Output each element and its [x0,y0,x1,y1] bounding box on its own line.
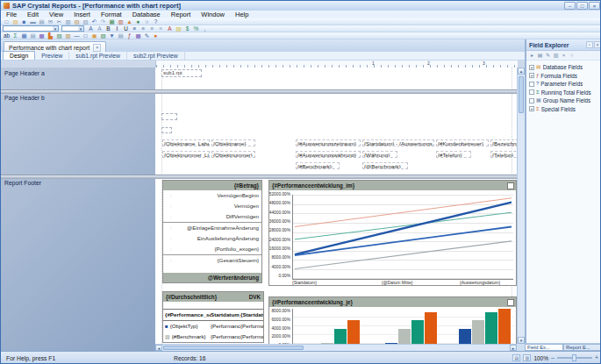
summary-table-header[interactable]: {#Betrag} [163,181,261,190]
zoom-in-icon[interactable]: + [595,354,598,361]
toolbar-icon[interactable]: ○ [143,18,151,25]
summary-row[interactable]: {Portfolio_exogen} [163,244,261,254]
insert-toolbar-icon[interactable]: ▤ [117,32,125,39]
tree-item[interactable]: + ƒ Formula Fields [526,72,601,81]
toolbar-icon[interactable]: ▲ [125,18,133,25]
insert-toolbar-icon[interactable]: ƒ [125,32,133,39]
format-toolbar-icon[interactable]: $ [183,25,191,32]
window-control-button[interactable]: × [589,2,600,10]
placeholder-object[interactable] [161,113,177,120]
pin-icon[interactable]: ▫ [586,41,593,48]
insert-toolbar-icon[interactable]: ▣ [90,32,98,39]
tab-sub1-preview[interactable]: sub1.rpt Preview [69,52,127,60]
toolbar-icon[interactable]: ▨ [73,18,81,25]
subreport-object[interactable]: sub1.rpt [161,69,202,77]
toolbar-icon[interactable]: ▧ [82,18,89,25]
average-table-row[interactable]: ■ {ObjektTyp} {Performance} {Performance… [163,321,263,332]
format-toolbar-icon[interactable]: ≡ [140,25,147,32]
section-label-page-header-a[interactable]: Page Header a [4,70,45,76]
panel-toolbar-icon[interactable]: ▥ [552,52,560,59]
vertical-scrollbar[interactable]: ▴ ▾ [517,68,525,344]
font-size-combobox[interactable]: ▾ [61,25,84,32]
tab-field-explorer[interactable]: Field Ex... [525,344,563,351]
insert-toolbar-icon[interactable]: ▧ [99,32,107,39]
toolbar-icon[interactable]: ✉ [47,18,54,25]
toolbar-icon[interactable]: ↶ [90,18,98,25]
insert-toolbar-icon[interactable]: ● [152,32,160,39]
tab-design[interactable]: Design [3,51,35,60]
average-table[interactable]: {#Durchschnittlich} DVK {#Performance_se… [162,291,264,343]
summary-table[interactable]: {#Betrag} VermögenBeginnVermögenDiffVerm… [162,180,262,283]
field-object[interactable]: {#Auswertungswährung} [296,151,361,158]
field-object[interactable]: {#Auswertungszeitraum} [296,139,361,146]
chart-handle[interactable] [507,299,514,306]
section-label-report-footer[interactable]: Report Footer [4,180,41,186]
chart-handle[interactable] [507,182,514,189]
field-object[interactable]: {@Benchmark} [362,162,408,169]
toolbar-icon[interactable]: □ [3,18,11,25]
zoom-out-icon[interactable]: – [551,354,554,361]
vertical-scroll-thumb[interactable] [519,76,524,113]
panel-toolbar-icon[interactable]: ▤ [536,52,544,59]
zoom-slider[interactable] [557,357,592,359]
insert-toolbar-icon[interactable]: □ [82,32,89,39]
insert-toolbar-icon[interactable]: — [73,32,81,39]
format-toolbar-icon[interactable]: I [113,25,121,32]
field-object[interactable]: {Telefon} [490,151,517,158]
insert-toolbar-icon[interactable]: ab [3,32,11,39]
toolbar-icon[interactable]: ● [134,18,142,25]
tree-item[interactable]: + ▤ Database Fields [526,63,601,72]
insert-toolbar-icon[interactable]: ▤ [29,32,37,39]
insert-toolbar-icon[interactable]: Σ [11,32,19,39]
summary-row[interactable]: {GesamtSteuern} [163,255,261,266]
format-toolbar-icon[interactable]: A [96,25,104,32]
section-divider[interactable] [1,175,525,179]
panel-toolbar-icon[interactable]: × [560,52,568,59]
toolbar-icon[interactable]: ▬ [29,18,37,25]
average-table-row[interactable]: ▨ {#Benchmark} {Performance} {Performanc… [163,332,263,342]
toolbar-icon[interactable]: ↷ [99,18,107,25]
toolbar-icon[interactable]: ▦ [108,18,116,25]
close-icon[interactable]: × [594,41,601,48]
menu-item[interactable]: Help [230,11,254,18]
field-object[interactable]: {#Telefon} [436,151,471,158]
expand-icon[interactable]: + [529,73,534,78]
summary-row[interactable]: @EinlageEntnahmeÄnderung [163,223,261,233]
insert-toolbar-icon[interactable]: ▦ [20,32,28,39]
close-icon[interactable]: × [93,44,101,52]
field-object[interactable]: {Währung} [362,151,397,158]
toolbar-icon[interactable]: ? [152,18,160,25]
horizontal-scrollbar[interactable]: ◂ ▸ [155,344,517,351]
window-control-button[interactable]: □ [576,2,588,10]
expand-icon[interactable] [529,82,534,87]
scroll-down-icon[interactable]: ▾ [518,337,525,344]
horizontal-scroll-thumb[interactable] [163,346,304,350]
expand-icon[interactable]: + [529,106,534,111]
format-toolbar-icon[interactable]: ≡ [157,25,165,32]
chevron-down-icon[interactable]: ▾ [53,26,58,31]
toolbar-icon[interactable]: ✂ [55,18,63,25]
tree-item[interactable]: ? Parameter Fields [526,80,601,89]
field-object[interactable]: {#Kundenbetreuer} [436,139,489,146]
tab-report-explorer[interactable]: Report E... [563,344,601,351]
zoom-slider-thumb[interactable] [572,354,576,361]
toolbar-icon[interactable]: ▨ [11,18,19,25]
placeholder-object[interactable] [161,127,172,133]
field-object[interactable]: {Startdatum} - {Auswertungs [362,139,434,146]
tab-preview[interactable]: Preview [35,52,69,60]
scroll-up-icon[interactable]: ▴ [518,68,525,75]
format-toolbar-icon[interactable]: A [87,25,95,32]
field-object[interactable]: {Objektname_Labe [162,139,210,146]
tree-item[interactable]: ▦ Group Name Fields [526,96,601,105]
tab-sub2-preview[interactable]: sub2.rpt Preview [127,52,185,60]
field-object[interactable]: {#Benchmark}: [296,162,340,169]
insert-toolbar-icon[interactable]: ▥ [64,32,72,39]
scroll-right-icon[interactable]: ▸ [510,345,517,351]
format-toolbar-icon[interactable]: U [122,25,130,32]
format-toolbar-icon[interactable]: ≡ [131,25,139,32]
format-toolbar-icon[interactable]: , [201,25,209,32]
insert-toolbar-icon[interactable]: ▩ [38,32,46,39]
insert-toolbar-icon[interactable]: ▩ [134,32,142,39]
page-layout-icon[interactable]: ▥ [523,354,531,361]
average-table-column-headers[interactable]: {#Performance_seit} Startdatum_k {Startd… [163,309,263,321]
